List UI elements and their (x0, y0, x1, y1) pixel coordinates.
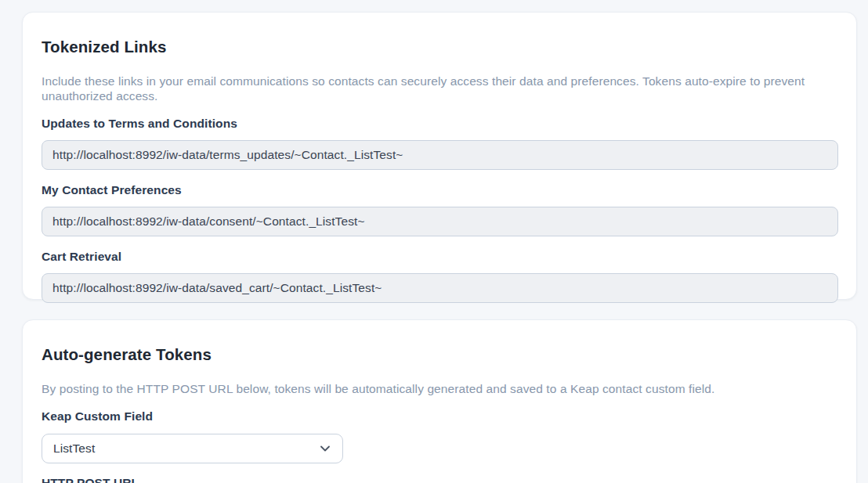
terms-updates-url-input[interactable] (42, 140, 838, 170)
keap-custom-field-select[interactable]: ListTest (42, 434, 343, 463)
cart-retrieval-label: Cart Retrieval (42, 250, 837, 264)
auto-generate-tokens-card: Auto-generate Tokens By posting to the H… (22, 319, 857, 483)
tokenized-links-description: Include these links in your email commun… (42, 74, 837, 104)
auto-generate-tokens-title: Auto-generate Tokens (42, 345, 837, 365)
keap-custom-field-label: Keap Custom Field (42, 409, 837, 424)
cart-retrieval-url-input[interactable] (42, 273, 838, 303)
contact-preferences-url-input[interactable] (42, 207, 838, 236)
contact-preferences-label: My Contact Preferences (42, 183, 837, 197)
auto-generate-tokens-description: By posting to the HTTP POST URL below, t… (42, 381, 837, 396)
page: Tokenized Links Include these links in y… (0, 0, 868, 483)
tokenized-links-title: Tokenized Links (42, 38, 837, 57)
cart-retrieval-field-group: Cart Retrieval (42, 250, 837, 303)
http-post-url-label: HTTP POST URL (42, 476, 837, 483)
keap-custom-field-group: Keap Custom Field ListTest (42, 409, 837, 463)
terms-updates-label: Updates to Terms and Conditions (42, 117, 837, 131)
contact-preferences-field-group: My Contact Preferences (42, 183, 837, 236)
tokenized-links-card: Tokenized Links Include these links in y… (22, 12, 857, 300)
terms-updates-field-group: Updates to Terms and Conditions (42, 117, 837, 170)
chevron-down-icon (319, 442, 331, 455)
keap-custom-field-selected-value: ListTest (53, 442, 95, 456)
